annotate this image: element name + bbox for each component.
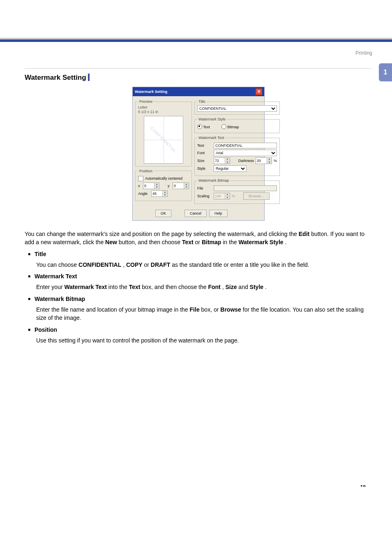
style-text-option[interactable]: Text	[197, 124, 210, 129]
bullet-icon: ■	[28, 327, 30, 332]
top-whitespace	[0, 0, 392, 38]
bottom-whitespace	[25, 347, 372, 470]
scaling-stepper: ▲▼	[214, 193, 230, 199]
help-button[interactable]: Help	[209, 210, 228, 217]
chevron-up-icon[interactable]: ▲	[225, 158, 230, 161]
bullet-icon: ■	[28, 274, 30, 278]
bullet-pos-label: Position	[35, 326, 57, 333]
font-select[interactable]: Arial	[214, 150, 277, 156]
watermark-text-legend: Watermark Text	[197, 136, 226, 140]
style-radios: Text Bitmap	[197, 124, 277, 129]
darkness-label: Darkness	[238, 159, 254, 163]
auto-center-row: Automatically centered	[138, 176, 189, 181]
watermark-dialog: Watermark Setting ✕ Preview Letter 8 1/2…	[132, 87, 265, 221]
bullet-title: ■ Title	[25, 250, 372, 258]
radio-icon	[221, 124, 226, 129]
position-legend: Position	[138, 169, 154, 173]
chapter-tab: 1	[379, 63, 392, 81]
chevron-down-icon: ▼	[225, 197, 230, 199]
angle-label: Angle	[138, 192, 150, 196]
x-input[interactable]	[143, 183, 154, 189]
bullet-wb-label: Watermark Bitmap	[35, 296, 85, 302]
dialog-title-text: Watermark Setting	[135, 90, 167, 94]
figure-wrap: Watermark Setting ✕ Preview Letter 8 1/2…	[25, 87, 372, 221]
style-group: Watermark Style Text Bitmap	[194, 117, 280, 133]
style-text-label: Text	[203, 125, 210, 129]
chevron-down-icon[interactable]: ▼	[225, 161, 230, 164]
bullet-icon: ■	[28, 252, 30, 256]
chevron-down-icon[interactable]: ▼	[184, 186, 189, 189]
text-input[interactable]	[214, 143, 277, 148]
bullet-title-label: Title	[35, 251, 46, 257]
xy-row: x ▲▼ y ▲▼	[138, 183, 189, 189]
size-label: Size	[197, 159, 212, 163]
page-container: Printing 1 Watermark Setting Watermark S…	[0, 42, 392, 487]
bullet-position: ■ Position	[25, 326, 372, 334]
bullet-watermark-text: ■ Watermark Text	[25, 272, 372, 280]
pos-paragraph: Use this setting if you want to control …	[25, 336, 372, 345]
y-stepper[interactable]: ▲▼	[173, 183, 189, 189]
preview-group: Preview Letter 8 1/2 x 11 in CONFIDENTIA…	[135, 99, 192, 166]
chevron-up-icon[interactable]: ▲	[154, 183, 159, 186]
intro-watermark-style: Watermark Style	[238, 239, 283, 245]
bullet-watermark-bitmap: ■ Watermark Bitmap	[25, 295, 372, 303]
watermark-text-group: Watermark Text Text Font Arial S	[194, 136, 280, 176]
intro-paragraph: You can change the watermark's size and …	[25, 230, 372, 247]
bullet-wt-label: Watermark Text	[35, 273, 77, 280]
style-bitmap-label: Bitmap	[227, 125, 239, 129]
intro-edit: Edit	[299, 231, 309, 237]
darkness-input[interactable]	[256, 158, 267, 164]
chevron-down-icon[interactable]: ▼	[267, 161, 272, 164]
preview-box: CONFIDENTIAL	[144, 116, 183, 164]
chevron-down-icon[interactable]: ▼	[154, 186, 159, 189]
running-header-text: Printing	[355, 50, 372, 56]
dialog-body: Preview Letter 8 1/2 x 11 in CONFIDENTIA…	[133, 96, 264, 207]
scaling-input	[214, 193, 225, 199]
section-title: Watermark Setting	[25, 74, 372, 82]
running-header: Printing	[25, 50, 372, 56]
chevron-up-icon[interactable]: ▲	[163, 191, 167, 194]
size-stepper[interactable]: ▲▼	[214, 157, 230, 164]
preview-paper-name: Letter	[138, 105, 189, 110]
style-select[interactable]: Regular	[214, 165, 247, 172]
x-label: x	[138, 184, 141, 188]
auto-center-checkbox[interactable]	[138, 176, 143, 181]
darkness-stepper[interactable]: ▲▼	[256, 157, 272, 164]
watermark-bitmap-legend: Watermark Bitmap	[197, 178, 230, 183]
y-input[interactable]	[173, 183, 184, 189]
bullet-icon: ■	[28, 296, 30, 301]
size-input[interactable]	[214, 158, 225, 164]
radio-icon	[197, 124, 202, 129]
dialog-footer: OK Cancel Help	[133, 207, 264, 220]
title-group: Title CONFIDENTIAL	[194, 99, 280, 115]
angle-input[interactable]	[152, 191, 162, 197]
darkness-unit: %	[274, 159, 277, 163]
page-mark-icon	[368, 486, 372, 487]
title-select[interactable]: CONFIDENTIAL	[197, 105, 277, 112]
style-bitmap-option[interactable]: Bitmap	[221, 124, 239, 129]
header-underline	[25, 68, 372, 69]
chevron-down-icon[interactable]: ▼	[163, 194, 167, 197]
watermark-bitmap-group: Watermark Bitmap File Scaling ▲▼ %	[194, 178, 280, 204]
file-label: File	[197, 186, 212, 190]
preview-legend: Preview	[138, 99, 154, 104]
section-indicator	[88, 74, 90, 81]
chevron-up-icon[interactable]: ▲	[267, 158, 272, 161]
y-label: y	[168, 184, 171, 188]
chapter-number: 1	[384, 69, 387, 76]
chevron-up-icon[interactable]: ▲	[184, 183, 189, 186]
style-legend: Watermark Style	[197, 117, 227, 121]
cancel-button[interactable]: Cancel	[184, 210, 207, 217]
x-stepper[interactable]: ▲▼	[143, 183, 159, 189]
intro-new: New	[105, 239, 117, 245]
title-paragraph: You can choose CONFIDENTIAL , COPY or DR…	[25, 261, 372, 269]
page-number: 18	[360, 484, 366, 487]
wb-paragraph: Enter the file name and location of your…	[25, 305, 372, 322]
ok-button[interactable]: OK	[155, 210, 171, 217]
auto-center-label: Automatically centered	[145, 176, 182, 180]
page-footer: 18	[360, 484, 372, 487]
scaling-label: Scaling	[197, 194, 212, 198]
close-icon[interactable]: ✕	[256, 88, 262, 95]
angle-stepper[interactable]: ▲▼	[151, 190, 168, 197]
angle-row: Angle ▲▼	[138, 190, 189, 197]
